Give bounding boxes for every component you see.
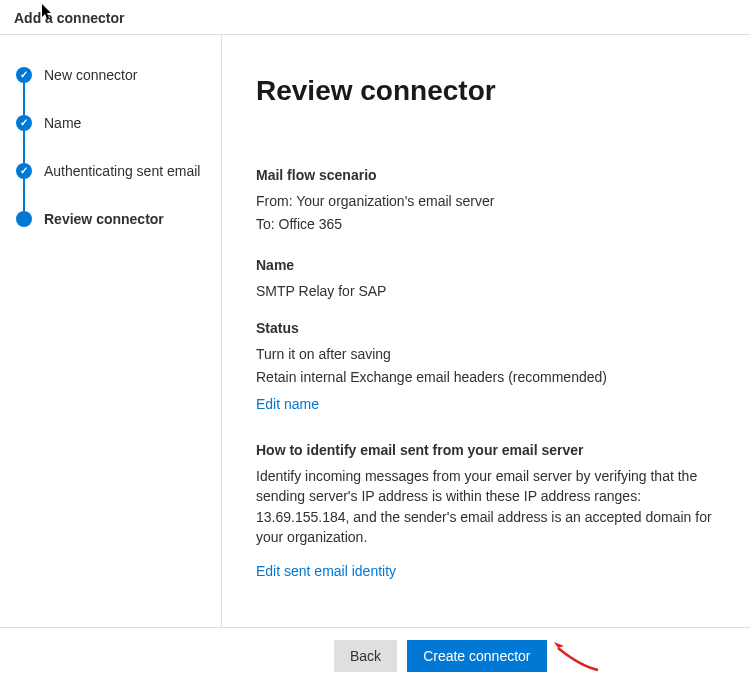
wizard-sidebar: New connector Name Authenticating sent e… [0,35,222,627]
status-line: Turn it on after saving [256,344,722,365]
checkmark-icon [16,115,32,131]
status-line: Retain internal Exchange email headers (… [256,367,722,388]
step-review-connector[interactable]: Review connector [16,195,209,243]
section-title: How to identify email sent from your ema… [256,442,722,458]
circle-icon [16,211,32,227]
name-status-section: Name SMTP Relay for SAP Status Turn it o… [256,257,722,412]
arrow-annotation-icon [550,636,600,672]
panel-body: New connector Name Authenticating sent e… [0,35,750,627]
mailflow-to: To: Office 365 [256,214,722,235]
page-title: Review connector [256,75,722,107]
back-button[interactable]: Back [334,640,397,672]
step-new-connector[interactable]: New connector [16,51,209,99]
edit-sent-email-identity-link[interactable]: Edit sent email identity [256,563,396,579]
section-title: Mail flow scenario [256,167,722,183]
panel-title: Add a connector [14,10,124,26]
identify-body: Identify incoming messages from your ema… [256,466,722,547]
connector-name-value: SMTP Relay for SAP [256,281,722,302]
checkmark-icon [16,163,32,179]
wizard-steps: New connector Name Authenticating sent e… [16,51,209,243]
section-title: Status [256,320,722,336]
wizard-footer: Back Create connector [0,627,750,684]
step-label: Review connector [44,211,164,227]
step-label: New connector [44,67,137,83]
create-connector-button[interactable]: Create connector [407,640,546,672]
mail-flow-section: Mail flow scenario From: Your organizati… [256,167,722,235]
step-name[interactable]: Name [16,99,209,147]
checkmark-icon [16,67,32,83]
step-label: Authenticating sent email [44,163,200,179]
step-label: Name [44,115,81,131]
section-title: Name [256,257,722,273]
wizard-content: Review connector Mail flow scenario From… [222,35,750,627]
panel-header: Add a connector [0,0,750,35]
step-authenticating[interactable]: Authenticating sent email [16,147,209,195]
mailflow-from: From: Your organization's email server [256,191,722,212]
identify-section: How to identify email sent from your ema… [256,442,722,579]
edit-name-link[interactable]: Edit name [256,396,319,412]
